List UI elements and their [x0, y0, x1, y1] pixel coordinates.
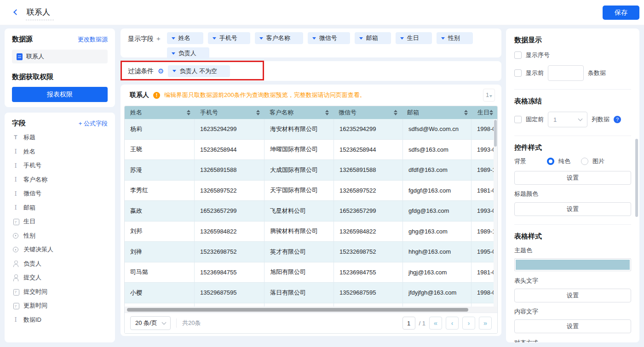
- fields-panel-head: 字段 + 公式字段: [12, 119, 108, 128]
- field-item[interactable]: 标题: [12, 131, 108, 145]
- cell-email: ghg@163.com: [403, 222, 472, 242]
- sort-icon[interactable]: [489, 110, 493, 116]
- filter-condition-tag[interactable]: 负责人 不为空: [168, 65, 230, 77]
- field-label: 客户名称: [23, 176, 47, 184]
- field-item[interactable]: 提交时间: [12, 285, 108, 299]
- sort-order-button[interactable]: 1: [483, 89, 495, 102]
- cell-phone: 13265897522: [195, 181, 264, 201]
- sort-icon[interactable]: [256, 110, 260, 116]
- sort-desc-icon: [394, 113, 397, 115]
- cell-phone: 13265984822: [195, 222, 264, 242]
- field-item[interactable]: 姓名: [12, 145, 108, 159]
- sort-icon[interactable]: [325, 110, 329, 116]
- panel-scrollbar[interactable]: [635, 28, 638, 342]
- image-radio[interactable]: [581, 158, 588, 165]
- field-item[interactable]: 生日: [12, 215, 108, 229]
- show-top-suffix: 条数据: [588, 69, 606, 77]
- display-field-tag[interactable]: 邮箱: [355, 32, 391, 44]
- sort-asc-icon: [325, 110, 329, 112]
- display-field-tag[interactable]: 微信号: [308, 32, 350, 44]
- cell-wechat: 13265891588: [334, 160, 403, 181]
- background-label: 背景: [514, 157, 543, 165]
- title-color-set-button[interactable]: 设置: [514, 202, 631, 216]
- person-icon: [12, 260, 19, 267]
- divider: [514, 136, 631, 136]
- prev-page-button[interactable]: ‹: [446, 317, 459, 330]
- table-cell: [125, 303, 195, 307]
- datasource-item[interactable]: 联系人: [12, 50, 108, 63]
- field-item[interactable]: 邮箱: [12, 201, 108, 215]
- last-page-button[interactable]: »: [479, 317, 492, 330]
- field-item[interactable]: 提交人: [12, 271, 108, 285]
- field-item[interactable]: 手机号: [12, 159, 108, 173]
- sort-icon[interactable]: [464, 110, 468, 116]
- column-header[interactable]: 姓名: [125, 106, 195, 119]
- sort-icon[interactable]: [394, 110, 397, 116]
- next-page-button[interactable]: ›: [462, 317, 475, 330]
- column-header-label: 生日: [477, 108, 489, 117]
- display-field-tag[interactable]: 手机号: [208, 32, 250, 44]
- show-top-checkbox[interactable]: [514, 69, 522, 77]
- gear-icon[interactable]: ⚙: [158, 68, 164, 74]
- report-permission-button[interactable]: 报表权限: [12, 87, 108, 102]
- table-body: 杨莉 16235294299 海安材料有限公司 16235294299 sdfs…: [125, 119, 497, 307]
- horizontal-scrollbar-thumb[interactable]: [127, 308, 468, 312]
- field-item[interactable]: 关键决策人: [12, 243, 108, 257]
- horizontal-scrollbar[interactable]: [125, 307, 497, 313]
- radio-icon: [12, 246, 19, 253]
- vertical-scrollbar[interactable]: [494, 119, 497, 307]
- freeze-count-select[interactable]: 1: [548, 112, 587, 127]
- add-formula-field-link[interactable]: + 公式字段: [79, 119, 108, 128]
- show-index-checkbox[interactable]: [514, 51, 522, 59]
- field-item[interactable]: 负责人: [12, 257, 108, 271]
- show-index-row: 显示序号: [514, 51, 631, 59]
- help-icon[interactable]: ?: [614, 116, 621, 123]
- add-display-field-icon[interactable]: +: [156, 32, 161, 54]
- field-item[interactable]: 数据ID: [12, 313, 108, 327]
- chevron-left-icon: [13, 9, 19, 15]
- panel-scrollbar-thumb[interactable]: [635, 139, 638, 217]
- display-field-tag[interactable]: 客户名称: [255, 32, 303, 44]
- first-page-button[interactable]: «: [429, 317, 442, 330]
- cell-wechat: 16523657299: [334, 201, 403, 222]
- column-header[interactable]: 微信号: [333, 106, 402, 119]
- column-header[interactable]: 生日: [472, 106, 497, 119]
- table-cell: [334, 303, 403, 307]
- freeze-title: 表格冻结: [514, 97, 631, 106]
- page-title[interactable]: 联系人: [26, 7, 54, 20]
- content-text-set-button[interactable]: 设置: [514, 319, 631, 333]
- display-field-tag[interactable]: 负责人: [167, 47, 209, 59]
- column-header[interactable]: 客户名称: [264, 106, 333, 119]
- date-icon: [12, 288, 19, 296]
- field-label: 更新时间: [23, 301, 47, 310]
- tag-label: 客户名称: [266, 34, 290, 42]
- sort-desc-icon: [256, 113, 260, 115]
- chevron-down-icon: [162, 320, 167, 324]
- column-header[interactable]: 邮箱: [402, 106, 472, 119]
- header-text-set-button[interactable]: 设置: [514, 289, 631, 302]
- cell-email: dfdf@163.com: [403, 160, 472, 181]
- column-header[interactable]: 手机号: [195, 106, 264, 119]
- solid-color-radio[interactable]: [547, 158, 554, 165]
- display-field-tag[interactable]: 姓名: [167, 32, 203, 44]
- theme-color-picker[interactable]: [514, 258, 631, 271]
- sort-icon[interactable]: [187, 110, 190, 116]
- show-top-input[interactable]: [548, 65, 584, 81]
- field-item[interactable]: 更新时间: [12, 299, 108, 313]
- field-item[interactable]: 性别: [12, 229, 108, 243]
- change-datasource-link[interactable]: 更改数据源: [78, 35, 108, 44]
- current-page-input[interactable]: 1: [402, 317, 415, 330]
- field-item[interactable]: 客户名称: [12, 173, 108, 187]
- display-field-tag[interactable]: 生日: [396, 32, 432, 44]
- back-button[interactable]: [13, 10, 19, 16]
- page-size-select[interactable]: 20 条/页: [130, 316, 171, 330]
- freeze-checkbox[interactable]: [514, 116, 522, 123]
- background-set-button[interactable]: 设置: [514, 171, 631, 185]
- field-label: 姓名: [23, 148, 35, 156]
- vertical-scrollbar-thumb[interactable]: [494, 120, 497, 147]
- divider: [514, 89, 631, 90]
- field-item[interactable]: 微信号: [12, 187, 108, 201]
- save-button[interactable]: 保存: [603, 6, 639, 20]
- display-field-tag[interactable]: 性别: [437, 32, 473, 44]
- cell-email: jhgj@163.com: [403, 262, 472, 283]
